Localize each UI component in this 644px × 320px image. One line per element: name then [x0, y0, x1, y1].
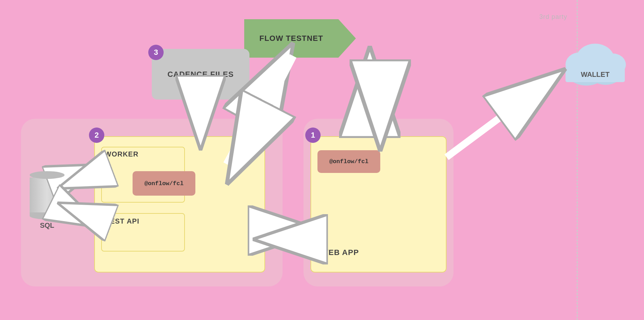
badge-1: 1 [305, 128, 321, 143]
cadence-label: CADENCE FILES [167, 70, 234, 79]
svg-text:FLOW TESTNET: FLOW TESTNET [259, 34, 323, 43]
webapp-label: WEB APP [321, 248, 359, 257]
sql-container: SQL [30, 171, 65, 230]
fcl-box-webapp: @onflow/fcl [317, 150, 380, 173]
cloud-svg: WALLET [560, 42, 630, 87]
sql-label: SQL [40, 221, 54, 230]
svg-line-22 [447, 77, 555, 157]
badge-2: 2 [89, 128, 104, 143]
svg-text:WALLET: WALLET [581, 71, 609, 78]
worker-label: WORKER [105, 150, 138, 158]
fcl-webapp-label: @onflow/fcl [329, 158, 368, 165]
fcl-box-worker: @onflow/fcl [133, 171, 195, 196]
cylinder-bottom [30, 212, 65, 219]
cylinder-top [30, 171, 65, 179]
diagram-container: 3rd party @onflow/fcl @onflow/fcl WORKER… [0, 0, 644, 320]
wallet-container: WALLET [557, 35, 634, 94]
third-party-label: 3rd party [539, 13, 567, 21]
flow-testnet-shape: FLOW TESTNET [244, 19, 356, 58]
cylinder-body [30, 177, 65, 212]
cadence-box: CADENCE FILES [152, 49, 249, 100]
badge-3: 3 [148, 45, 164, 60]
restapi-label: REST API [105, 217, 140, 225]
fcl-worker-label: @onflow/fcl [144, 180, 184, 187]
